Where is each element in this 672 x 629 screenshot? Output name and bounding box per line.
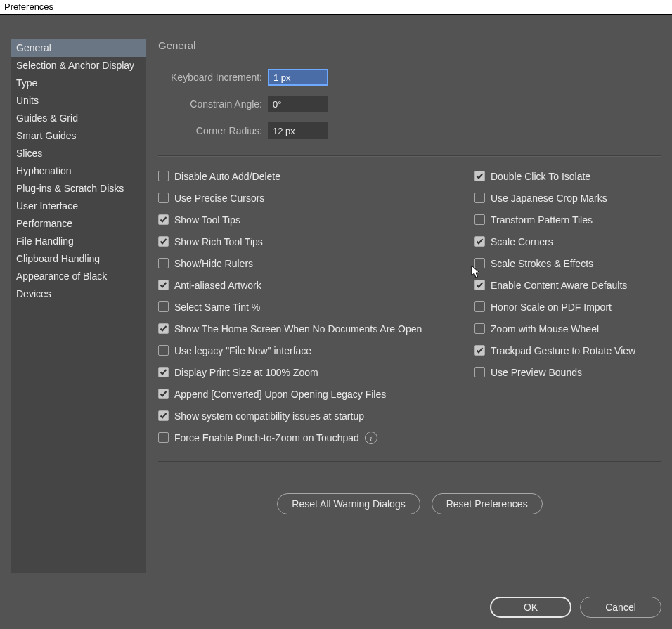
checkbox-anti-aliased-artwork[interactable]: [158, 280, 169, 290]
checkbox-show-the-home-screen-when-no-documents-are-open[interactable]: [158, 323, 169, 334]
checkbox-label: Force Enable Pinch-to-Zoom on Touchpad: [174, 432, 359, 443]
option-disable-auto-add-delete: Disable Auto Add/Delete: [158, 165, 460, 187]
sidebar-item-units[interactable]: Units: [11, 92, 146, 110]
checkbox-zoom-with-mouse-wheel[interactable]: [474, 323, 485, 334]
sidebar-item-user-interface[interactable]: User Interface: [11, 197, 146, 215]
option-use-legacy-file-new-interface: Use legacy "File New" interface: [158, 339, 460, 361]
checkbox-force-enable-pinch-to-zoom-on-touchpad[interactable]: [158, 432, 169, 443]
checkbox-label: Show/Hide Rulers: [174, 258, 253, 269]
option-display-print-size-at-100-zoom: Display Print Size at 100% Zoom: [158, 361, 460, 383]
checkbox-show-hide-rulers[interactable]: [158, 258, 169, 268]
preferences-pane-general: General Keyboard Increment: Constrain An…: [158, 39, 661, 514]
option-select-same-tint: Select Same Tint %: [158, 296, 460, 318]
sidebar-item-appearance-of-black[interactable]: Appearance of Black: [11, 268, 146, 285]
reset-preferences-button[interactable]: Reset Preferences: [432, 493, 543, 514]
checkbox-label: Show The Home Screen When No Documents A…: [174, 323, 422, 335]
checkbox-disable-auto-add-delete[interactable]: [158, 171, 169, 181]
option-show-rich-tool-tips: Show Rich Tool Tips: [158, 231, 460, 252]
checkbox-label: Scale Corners: [491, 236, 553, 247]
checkbox-select-same-tint[interactable]: [158, 301, 169, 312]
checkbox-scale-strokes-effects[interactable]: [474, 258, 485, 268]
checkbox-label: Show system compatibility issues at star…: [174, 410, 364, 422]
preferences-sidebar: GeneralSelection & Anchor DisplayTypeUni…: [11, 39, 146, 573]
sidebar-item-guides-grid[interactable]: Guides & Grid: [11, 110, 146, 127]
option-anti-aliased-artwork: Anti-aliased Artwork: [158, 274, 460, 296]
checkbox-label: Use legacy "File New" interface: [174, 345, 311, 356]
checkbox-append-converted-upon-opening-legacy-files[interactable]: [158, 389, 169, 399]
checkbox-label: Show Rich Tool Tips: [174, 236, 263, 247]
sidebar-item-devices[interactable]: Devices: [11, 285, 146, 303]
checkbox-label: Use Precise Cursors: [174, 193, 264, 204]
ok-button[interactable]: OK: [490, 597, 571, 618]
checkbox-show-system-compatibility-issues-at-startup[interactable]: [158, 410, 169, 421]
input-keyboard-increment[interactable]: [268, 69, 328, 86]
option-transform-pattern-tiles: Transform Pattern Tiles: [474, 209, 635, 231]
checkbox-label: Enable Content Aware Defaults: [491, 280, 627, 291]
row-corner-radius: Corner Radius:: [158, 117, 661, 144]
option-zoom-with-mouse-wheel: Zoom with Mouse Wheel: [474, 318, 635, 339]
checkbox-trackpad-gesture-to-rotate-view[interactable]: [474, 345, 485, 356]
option-use-preview-bounds: Use Preview Bounds: [474, 361, 635, 383]
checkbox-label: Use Japanese Crop Marks: [491, 193, 607, 204]
checkbox-label: Honor Scale on PDF Import: [491, 301, 612, 313]
input-corner-radius[interactable]: [268, 122, 328, 139]
sidebar-item-file-handling[interactable]: File Handling: [11, 233, 146, 250]
pane-title: General: [158, 39, 661, 51]
input-constrain-angle[interactable]: [268, 96, 328, 112]
option-scale-strokes-effects: Scale Strokes & Effects: [474, 252, 635, 274]
cancel-button[interactable]: Cancel: [580, 597, 661, 618]
option-force-enable-pinch-to-zoom-on-touchpad: Force Enable Pinch-to-Zoom on Touchpadi: [158, 427, 460, 448]
checkbox-label: Display Print Size at 100% Zoom: [174, 367, 318, 378]
window-title: Preferences: [0, 0, 672, 15]
checkbox-column-right: Double Click To IsolateUse Japanese Crop…: [474, 165, 635, 448]
checkbox-enable-content-aware-defaults[interactable]: [474, 280, 485, 290]
checkbox-use-japanese-crop-marks[interactable]: [474, 193, 485, 203]
option-enable-content-aware-defaults: Enable Content Aware Defaults: [474, 274, 635, 296]
checkbox-honor-scale-on-pdf-import[interactable]: [474, 301, 485, 312]
option-use-japanese-crop-marks: Use Japanese Crop Marks: [474, 187, 635, 209]
checkbox-show-rich-tool-tips[interactable]: [158, 236, 169, 247]
checkbox-display-print-size-at-100-zoom[interactable]: [158, 367, 169, 377]
checkbox-transform-pattern-tiles[interactable]: [474, 214, 485, 225]
sidebar-item-plug-ins-scratch-disks[interactable]: Plug-ins & Scratch Disks: [11, 180, 146, 197]
label-constrain-angle: Constrain Angle:: [158, 98, 268, 110]
checkbox-show-tool-tips[interactable]: [158, 214, 169, 225]
option-show-system-compatibility-issues-at-startup: Show system compatibility issues at star…: [158, 405, 460, 427]
option-show-the-home-screen-when-no-documents-are-open: Show The Home Screen When No Documents A…: [158, 318, 460, 339]
option-scale-corners: Scale Corners: [474, 231, 635, 252]
option-show-hide-rulers: Show/Hide Rulers: [158, 252, 460, 274]
checkbox-label: Double Click To Isolate: [491, 171, 590, 182]
reset-warnings-button[interactable]: Reset All Warning Dialogs: [277, 493, 420, 514]
divider: [158, 155, 661, 157]
label-corner-radius: Corner Radius:: [158, 125, 268, 136]
divider: [158, 461, 661, 462]
checkbox-label: Select Same Tint %: [174, 301, 260, 313]
checkbox-use-legacy-file-new-interface[interactable]: [158, 345, 169, 356]
checkbox-double-click-to-isolate[interactable]: [474, 171, 485, 181]
option-honor-scale-on-pdf-import: Honor Scale on PDF Import: [474, 296, 635, 318]
option-double-click-to-isolate: Double Click To Isolate: [474, 165, 635, 187]
row-constrain-angle: Constrain Angle:: [158, 91, 661, 117]
checkbox-label: Show Tool Tips: [174, 214, 240, 226]
sidebar-item-hyphenation[interactable]: Hyphenation: [11, 162, 146, 180]
checkbox-label: Transform Pattern Tiles: [491, 214, 593, 226]
sidebar-item-performance[interactable]: Performance: [11, 215, 146, 233]
label-keyboard-increment: Keyboard Increment:: [158, 72, 268, 83]
option-append-converted-upon-opening-legacy-files: Append [Converted] Upon Opening Legacy F…: [158, 383, 460, 405]
option-use-precise-cursors: Use Precise Cursors: [158, 187, 460, 209]
checkbox-column-left: Disable Auto Add/DeleteUse Precise Curso…: [158, 165, 460, 448]
checkbox-use-preview-bounds[interactable]: [474, 367, 485, 377]
checkbox-use-precise-cursors[interactable]: [158, 193, 169, 203]
sidebar-item-smart-guides[interactable]: Smart Guides: [11, 127, 146, 145]
checkbox-scale-corners[interactable]: [474, 236, 485, 247]
checkbox-label: Zoom with Mouse Wheel: [491, 323, 599, 335]
checkbox-label: Disable Auto Add/Delete: [174, 171, 280, 182]
sidebar-item-clipboard-handling[interactable]: Clipboard Handling: [11, 250, 146, 268]
option-show-tool-tips: Show Tool Tips: [158, 209, 460, 231]
sidebar-item-slices[interactable]: Slices: [11, 145, 146, 162]
sidebar-item-type[interactable]: Type: [11, 74, 146, 92]
sidebar-item-selection-anchor-display[interactable]: Selection & Anchor Display: [11, 57, 146, 74]
info-icon[interactable]: i: [365, 432, 377, 444]
sidebar-item-general[interactable]: General: [11, 39, 146, 57]
checkbox-label: Use Preview Bounds: [491, 367, 582, 378]
